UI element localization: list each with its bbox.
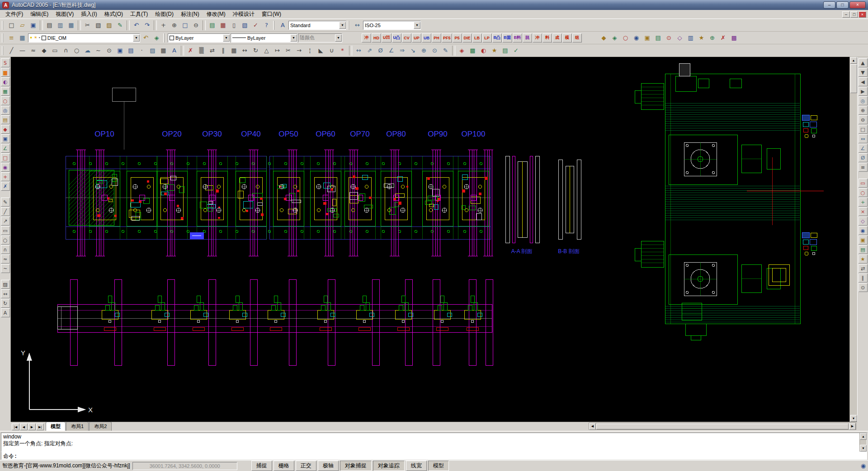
- zoom-previous-icon[interactable]: ⊖: [191, 20, 201, 30]
- undo-icon[interactable]: ↶: [131, 20, 142, 30]
- dropdown-arrow-icon[interactable]: ▼: [414, 22, 420, 29]
- view-left-icon[interactable]: ◀: [859, 77, 868, 86]
- communication-center-icon[interactable]: ◉: [861, 462, 866, 469]
- titlebar[interactable]: A AutoCAD 2005 - [E:\智恩科技.dwg] – □ ×: [0, 0, 868, 10]
- coordinates-display[interactable]: 36001.7264, 3342.5600, 0.0000: [132, 462, 237, 470]
- spline-icon[interactable]: ~: [93, 46, 104, 56]
- command-history[interactable]: window指定第一个角点: 指定对角点: ▲ ▼: [1, 433, 867, 452]
- match-properties-icon[interactable]: ✎: [115, 20, 125, 30]
- command-scrollbar[interactable]: ▲ ▼: [859, 433, 867, 452]
- mtext-icon[interactable]: A: [169, 46, 179, 56]
- cross-lib-icon[interactable]: +: [1, 172, 10, 181]
- circle-lib-icon[interactable]: ○: [1, 96, 10, 105]
- chamfer-icon[interactable]: ◣: [316, 46, 326, 56]
- move-tool-icon[interactable]: ↔: [1, 289, 10, 298]
- menu-item[interactable]: 编辑(E): [27, 9, 52, 19]
- paste-icon[interactable]: ▨: [104, 20, 114, 30]
- zoom-window-icon[interactable]: □: [180, 20, 190, 30]
- die-design-button[interactable]: 料: [542, 33, 552, 42]
- layout-tab[interactable]: 布局2: [89, 422, 112, 431]
- snap-circle-icon[interactable]: ○: [859, 188, 868, 197]
- parallel-tool-icon[interactable]: ∥: [859, 273, 868, 283]
- zoom-realtime-icon[interactable]: ⊕: [169, 20, 179, 30]
- scroll-up-icon[interactable]: ▲: [850, 57, 857, 64]
- hscroll-thumb[interactable]: [596, 424, 849, 429]
- pilot-icon[interactable]: ◉: [631, 33, 642, 43]
- vertical-scrollbar[interactable]: ▲ ▼: [849, 57, 857, 422]
- menu-item[interactable]: 工具(T): [127, 9, 151, 19]
- die-design-button[interactable]: UP: [412, 33, 421, 42]
- mdi-minimize-button[interactable]: –: [842, 11, 850, 18]
- remove-point-icon[interactable]: ×: [859, 207, 868, 216]
- lifter-icon[interactable]: ★: [696, 33, 707, 43]
- publish-icon[interactable]: ▦: [66, 20, 76, 30]
- die-set-icon[interactable]: ▤: [653, 33, 663, 43]
- diameter-icon[interactable]: Ø: [859, 153, 868, 162]
- tab-nav-button[interactable]: ▶|: [36, 424, 44, 430]
- die-design-button[interactable]: UB: [422, 33, 431, 42]
- break-icon[interactable]: ¦: [305, 46, 315, 56]
- toolbar-icon[interactable]: [78, 20, 81, 30]
- mdi-restore-button[interactable]: □: [850, 11, 858, 18]
- die-design-button[interactable]: CV: [402, 33, 411, 42]
- spline-tool-icon[interactable]: ~: [1, 264, 10, 273]
- insert-tool-icon[interactable]: ◐: [478, 46, 489, 56]
- gradient-tool-icon[interactable]: ▆: [1, 68, 10, 77]
- menu-item[interactable]: 窗口(W): [258, 9, 285, 19]
- stretch-icon[interactable]: ↦: [272, 46, 283, 56]
- plate-tool-icon[interactable]: ▤: [500, 46, 510, 56]
- strip-tool-icon[interactable]: ◈: [457, 46, 467, 56]
- text-style-icon[interactable]: A: [278, 20, 288, 30]
- tab-nav-button[interactable]: ◀: [20, 424, 28, 430]
- region-icon[interactable]: ▦: [158, 46, 169, 56]
- status-toggle[interactable]: 栅格: [274, 461, 294, 471]
- stt-tool-icon[interactable]: S: [1, 58, 10, 67]
- scroll-down-icon[interactable]: ▼: [850, 415, 857, 422]
- erase-icon[interactable]: ✗: [185, 46, 196, 56]
- make-object-layer-icon[interactable]: ◈: [151, 33, 162, 43]
- dim-edit-icon[interactable]: ✎: [440, 46, 451, 56]
- grid-lib-icon[interactable]: ▤: [1, 115, 10, 124]
- rectangle-icon[interactable]: ▭: [50, 46, 60, 56]
- toolbar-grip[interactable]: [273, 21, 275, 30]
- designcenter-icon[interactable]: ▦: [218, 20, 228, 30]
- array-icon[interactable]: ▦: [229, 46, 239, 56]
- new-file-icon[interactable]: □: [6, 20, 17, 30]
- cam-icon[interactable]: ✗: [718, 33, 728, 43]
- rect-tool-icon[interactable]: ▭: [1, 226, 10, 235]
- color-combo[interactable]: ByLayer ▼: [168, 33, 230, 42]
- rotate-icon[interactable]: ↻: [250, 46, 261, 56]
- view-top-icon[interactable]: ▲: [859, 58, 868, 67]
- snap-rect-icon[interactable]: ▭: [859, 179, 868, 188]
- pan-icon[interactable]: +: [158, 20, 169, 30]
- dim-continue-icon[interactable]: ⇒: [397, 46, 407, 56]
- toolbar-icon[interactable]: [181, 46, 184, 56]
- command-prompt[interactable]: 命令:: [1, 452, 867, 460]
- dropdown-arrow-icon[interactable]: ▼: [133, 34, 140, 42]
- guide-post-icon[interactable]: ⊕: [707, 33, 717, 43]
- die-design-button[interactable]: 组: [572, 33, 582, 42]
- polyline-tool-icon[interactable]: ≈: [1, 254, 10, 264]
- strip-layout-icon[interactable]: ◆: [599, 33, 609, 43]
- cut-icon[interactable]: ✂: [82, 20, 93, 30]
- toolbar-icon[interactable]: [203, 20, 206, 30]
- dropdown-arrow-icon[interactable]: ▼: [339, 22, 346, 29]
- die-design-button[interactable]: 模: [562, 33, 572, 42]
- center-tool-icon[interactable]: ⊙: [859, 283, 868, 292]
- die-design-button[interactable]: B固: [502, 33, 512, 42]
- dim-style-icon[interactable]: ↔: [352, 20, 363, 30]
- die-design-button[interactable]: 冲: [362, 33, 371, 42]
- status-toggle[interactable]: 模型: [428, 461, 449, 471]
- leader-icon[interactable]: ↘: [408, 46, 418, 56]
- scale-icon[interactable]: △: [261, 46, 272, 56]
- scroll-up-icon[interactable]: ▲: [860, 433, 867, 440]
- layer-manager-icon[interactable]: ▦: [17, 33, 28, 43]
- sheet-set-icon[interactable]: ▧: [240, 20, 250, 30]
- shade-tool-icon[interactable]: ◐: [1, 77, 10, 86]
- die-design-button[interactable]: DIE: [462, 33, 472, 42]
- hatch-icon[interactable]: ▨: [147, 46, 158, 56]
- dim-style-combo[interactable]: ISO-25 ▼: [363, 21, 421, 30]
- die-design-button[interactable]: 冲: [533, 33, 542, 42]
- extend-icon[interactable]: →: [294, 46, 304, 56]
- block-tool-icon[interactable]: ▣: [859, 236, 868, 245]
